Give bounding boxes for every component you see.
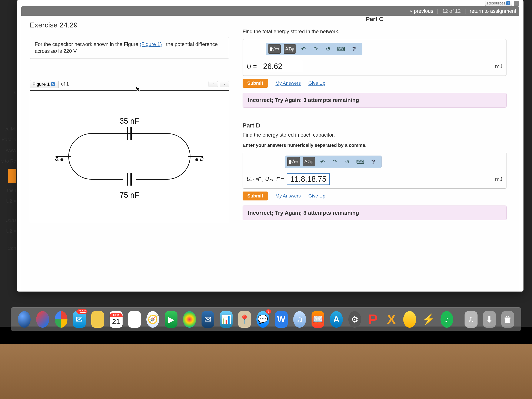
settings-icon[interactable]: ⚙ xyxy=(348,311,361,328)
part-d-my-answers-link[interactable]: My Answers xyxy=(276,193,301,199)
equation-toolbar: ▮√▭ ΑΣφ ↶ ↷ ↺ ⌨ ? xyxy=(266,43,362,55)
figure-count: of 1 xyxy=(61,81,69,87)
finder-icon[interactable] xyxy=(18,311,31,328)
figure-next-button[interactable]: › xyxy=(220,81,229,87)
messages-icon[interactable]: 💬9 xyxy=(256,311,269,328)
redo-icon[interactable]: ↷ xyxy=(330,157,340,166)
macos-dock: ✉7112 FEB 21 🧭 ▶ ✉ 📊 📍 💬9 W ♫ 📖 A ⚙ P X … xyxy=(11,308,521,331)
keyboard-icon[interactable]: ⌨ xyxy=(336,44,346,54)
part-c-submit-button[interactable]: Submit xyxy=(243,79,268,88)
figure-tab[interactable]: Figure 1 ⇅ xyxy=(30,80,58,88)
dropdown-arrows-icon: ⇅ xyxy=(506,1,510,5)
capacitor-bottom-icon xyxy=(127,173,132,186)
greek-button[interactable]: ΑΣφ xyxy=(284,44,296,54)
assignment-nav: « previous | 12 of 12 | return to assign… xyxy=(21,6,519,16)
downloads-icon[interactable]: ⬇ xyxy=(483,311,496,328)
part-c-question: Find the total energy stored in the netw… xyxy=(243,29,507,34)
equation-lhs: U = xyxy=(247,63,257,70)
part-d-question: Find the energy stored in each capacitor… xyxy=(243,132,507,138)
dock-divider xyxy=(459,312,459,327)
maps-icon[interactable]: 📍 xyxy=(238,311,251,328)
spotify-icon[interactable]: ♪ xyxy=(441,311,453,328)
stats-icon[interactable]: 📊 xyxy=(220,311,233,328)
position-label: 12 of 12 xyxy=(442,8,461,14)
greek-button[interactable]: ΑΣφ xyxy=(303,157,315,166)
trash-icon[interactable]: 🗑 xyxy=(501,311,514,328)
app-store-icon[interactable]: 🧭 xyxy=(146,311,159,328)
template-button[interactable]: ▮√▭ xyxy=(268,44,281,54)
part-d-feedback: Incorrect; Try Again; 3 attempts remaini… xyxy=(243,206,507,220)
circuit-figure: 35 nF 75 nF a b xyxy=(30,90,229,222)
ibooks-icon[interactable]: 📖 xyxy=(311,311,324,328)
part-d-header: Part D xyxy=(243,122,507,129)
x-app-icon[interactable]: X xyxy=(385,311,398,328)
messages-badge: 9 xyxy=(266,309,271,314)
undo-icon[interactable]: ↶ xyxy=(299,44,308,54)
part-d-unit: mJ xyxy=(495,176,502,183)
desk-surface xyxy=(0,344,532,399)
help-icon[interactable]: ? xyxy=(368,157,378,166)
part-d-note: Enter your answers numerically separated… xyxy=(243,143,507,148)
problem-prompt: For the capacitor network shown in the F… xyxy=(30,37,229,59)
part-c-answer-box: ▮√▭ ΑΣφ ↶ ↷ ↺ ⌨ ? U = 26.62 mJ xyxy=(243,39,507,76)
notes-icon[interactable] xyxy=(128,311,141,328)
part-d-give-up-link[interactable]: Give Up xyxy=(308,193,325,199)
chrome-icon[interactable] xyxy=(55,311,67,328)
dropdown-arrows-icon: ⇅ xyxy=(51,82,55,86)
return-link[interactable]: return to assignment xyxy=(470,8,516,14)
part-c-my-answers-link[interactable]: My Answers xyxy=(276,80,301,86)
undo-icon[interactable]: ↶ xyxy=(318,157,327,166)
part-d-answer-box: ▮√▭ ΑΣφ ↶ ↷ ↺ ⌨ ? U₃₅ ⁿF , U₇₅ ⁿF = 11.8… xyxy=(243,152,507,189)
equation-toolbar: ▮√▭ ΑΣφ ↶ ↷ ↺ ⌨ ? xyxy=(285,156,381,168)
terminal-b: b xyxy=(195,155,205,162)
sidebar-chip xyxy=(8,169,16,183)
mail-badge: 7112 xyxy=(76,309,88,314)
terminal-a: a xyxy=(53,155,63,162)
prev-link[interactable]: « previous xyxy=(410,8,433,14)
print-icon[interactable] xyxy=(514,1,519,6)
part-c-unit: mJ xyxy=(495,63,502,70)
mail2-icon[interactable]: ✉ xyxy=(202,311,214,328)
reset-icon[interactable]: ↺ xyxy=(323,44,333,54)
reset-icon[interactable]: ↺ xyxy=(343,157,352,166)
contacts-icon[interactable] xyxy=(91,311,104,328)
capacitor-top-label: 35 nF xyxy=(120,117,139,126)
resources-dropdown[interactable]: Resources ⇅ xyxy=(485,1,512,6)
circle-app-icon[interactable] xyxy=(403,311,416,328)
facetime-icon[interactable]: ▶ xyxy=(165,311,177,328)
exercise-title: Exercise 24.29 xyxy=(30,21,229,29)
app-window: Resources ⇅ « previous | 12 of 12 | retu… xyxy=(17,0,524,291)
part-d-value-input[interactable]: 11.8,18.75 xyxy=(287,173,330,185)
part-c-header: Part C xyxy=(243,16,507,23)
redo-icon[interactable]: ↷ xyxy=(311,44,321,54)
keyboard-icon[interactable]: ⌨ xyxy=(355,157,366,166)
part-c-feedback: Incorrect; Try Again; 3 attempts remaini… xyxy=(243,93,507,108)
mail-icon[interactable]: ✉7112 xyxy=(73,311,86,328)
photos-icon[interactable] xyxy=(183,311,196,328)
part-d-submit-button[interactable]: Submit xyxy=(243,191,268,200)
window-toolbar: Resources ⇅ xyxy=(485,0,519,6)
itunes-icon[interactable]: ♫ xyxy=(293,311,306,328)
figure-bar: Figure 1 ⇅ of 1 ‹ › xyxy=(30,80,229,88)
equation-lhs: U₃₅ ⁿF , U₇₅ ⁿF = xyxy=(247,176,284,182)
parallels-icon[interactable]: P xyxy=(367,311,380,328)
calendar-icon[interactable]: FEB 21 xyxy=(110,311,122,328)
template-button[interactable]: ▮√▭ xyxy=(287,157,300,166)
doc-stack-icon[interactable]: ♫ xyxy=(465,311,477,328)
safari-icon[interactable] xyxy=(36,311,49,328)
part-c-give-up-link[interactable]: Give Up xyxy=(308,80,325,86)
capacitor-bottom-label: 75 nF xyxy=(120,191,139,200)
appstore2-icon[interactable]: A xyxy=(330,311,343,328)
figure-prev-button[interactable]: ‹ xyxy=(209,81,218,87)
figure-link[interactable]: (Figure 1) xyxy=(140,41,162,47)
word-icon[interactable]: W xyxy=(275,311,288,328)
bluetooth-icon[interactable]: ⚡ xyxy=(422,311,435,328)
part-c-value-input[interactable]: 26.62 xyxy=(260,61,302,72)
help-icon[interactable]: ? xyxy=(349,44,359,54)
offscreen-notes: s ed M. Paralle www v to Ro then U2 = U1… xyxy=(0,87,17,254)
